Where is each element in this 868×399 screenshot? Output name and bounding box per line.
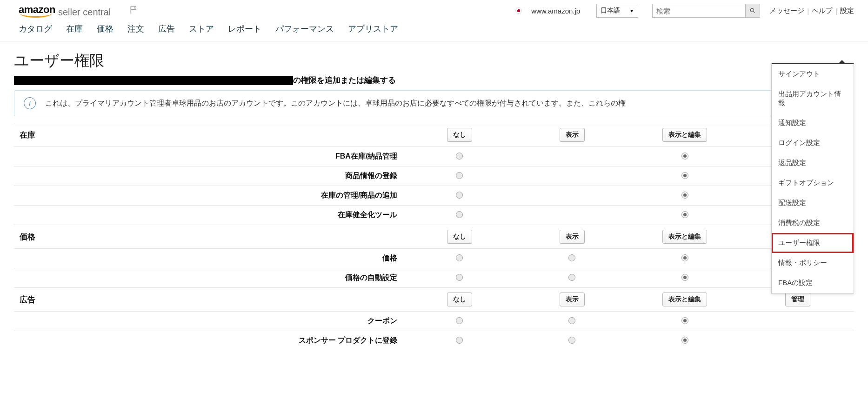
radio-edit [628, 147, 741, 166]
radio-none [403, 206, 515, 225]
messages-link[interactable]: メッセージ [769, 7, 804, 15]
radio[interactable] [456, 317, 463, 324]
radio[interactable] [568, 337, 575, 344]
jp-flag-icon [515, 7, 522, 14]
permission-row: クーポン [14, 312, 854, 331]
radio[interactable] [568, 317, 575, 324]
radio[interactable] [681, 274, 688, 281]
radio-edit [628, 206, 741, 225]
nav-inventory[interactable]: 在庫 [66, 23, 83, 34]
permission-label: クーポン [14, 312, 403, 331]
none-button[interactable]: なし [447, 293, 472, 306]
radio-none [403, 268, 515, 288]
settings-menu-item[interactable]: 出品用アカウント情報 [772, 84, 854, 113]
permission-label: スポンサー プロダクトに登録 [14, 331, 403, 351]
none-button[interactable]: なし [447, 230, 472, 244]
radio[interactable] [456, 192, 463, 199]
permission-label: 商品情報の登録 [14, 166, 403, 186]
settings-menu-item[interactable]: サインアウト [772, 64, 854, 84]
nav-advertising[interactable]: 広告 [158, 23, 175, 34]
language-select[interactable]: 日本語 ▼ [596, 4, 638, 18]
view-button[interactable]: 表示 [560, 230, 585, 244]
radio[interactable] [681, 254, 688, 261]
permission-row: FBA在庫/納品管理 [14, 147, 854, 166]
settings-menu-item[interactable]: FBAの設定 [772, 273, 854, 293]
permission-row: 在庫健全化ツール [14, 206, 854, 225]
radio[interactable] [456, 254, 463, 261]
settings-menu-item[interactable]: ログイン設定 [772, 133, 854, 153]
settings-menu-item[interactable]: 配送設定 [772, 193, 854, 213]
permission-row: 在庫の管理/商品の追加 [14, 186, 854, 206]
settings-menu-item[interactable]: 消費税の設定 [772, 213, 854, 233]
permission-label: FBA在庫/納品管理 [14, 147, 403, 166]
search [652, 4, 760, 18]
radio[interactable] [681, 317, 688, 324]
nav-pricing[interactable]: 価格 [97, 23, 114, 34]
view-edit-button[interactable]: 表示と編集 [662, 230, 707, 244]
settings-menu-item[interactable]: 通知設定 [772, 113, 854, 133]
logo[interactable]: amazon seller central [19, 4, 111, 18]
radio[interactable] [568, 254, 575, 261]
page-content: ユーザー権限 の権限を追加または編集する i これは、プライマリアカウント管理者… [0, 41, 868, 350]
permission-row: 価格の自動設定 [14, 268, 854, 288]
nav-stores[interactable]: ストア [189, 23, 214, 34]
radio[interactable] [681, 192, 688, 199]
main-nav: カタログ 在庫 価格 注文 広告 ストア レポート パフォーマンス アプリストア [0, 20, 868, 41]
radio-none [403, 331, 515, 351]
radio[interactable] [681, 172, 688, 179]
page-title: ユーザー権限 [14, 51, 854, 71]
radio[interactable] [681, 153, 688, 160]
radio-none [403, 166, 515, 186]
section-label: 価格 [14, 225, 403, 249]
radio-none [403, 147, 515, 166]
search-button[interactable] [745, 4, 760, 18]
radio[interactable] [681, 211, 688, 218]
admin-button[interactable]: 管理 [785, 293, 810, 306]
settings-menu-item[interactable]: ギフトオプション [772, 173, 854, 193]
none-button[interactable]: なし [447, 128, 472, 142]
nav-reports[interactable]: レポート [228, 23, 261, 34]
radio[interactable] [568, 274, 575, 281]
radio[interactable] [456, 274, 463, 281]
permission-row: 価格 [14, 249, 854, 268]
radio-edit [628, 249, 741, 268]
col-view-btn: 表示 [516, 288, 628, 312]
top-links: メッセージ | ヘルプ | 設定 [769, 7, 854, 15]
svg-point-0 [751, 8, 754, 12]
view-edit-button[interactable]: 表示と編集 [662, 128, 707, 142]
col-none-btn: なし [403, 123, 515, 147]
search-input[interactable] [652, 4, 745, 18]
radio[interactable] [456, 337, 463, 344]
settings-menu-item[interactable]: ユーザー権限 [772, 233, 854, 253]
view-button[interactable]: 表示 [560, 293, 585, 306]
marketplace-label[interactable]: www.amazon.jp [531, 7, 580, 15]
col-edit-btn: 表示と編集 [628, 225, 741, 249]
view-button[interactable]: 表示 [560, 128, 585, 142]
chevron-down-icon: ▼ [629, 8, 634, 13]
help-link[interactable]: ヘルプ [812, 7, 833, 15]
permission-row: 商品情報の登録 [14, 166, 854, 186]
settings-link[interactable]: 設定 [840, 7, 854, 15]
logo-subtitle: seller central [58, 7, 111, 18]
flag-outline-icon[interactable] [129, 5, 139, 17]
radio-view [516, 312, 628, 331]
settings-menu-item[interactable]: 情報・ポリシー [772, 253, 854, 273]
radio[interactable] [456, 211, 463, 218]
radio[interactable] [456, 153, 463, 160]
radio-view [516, 268, 628, 288]
radio[interactable] [681, 337, 688, 344]
radio[interactable] [456, 172, 463, 179]
info-text: これは、プライマリアカウント管理者卓球用品のお店のアカウントです。このアカウント… [45, 99, 626, 108]
nav-catalog[interactable]: カタログ [19, 23, 52, 34]
nav-orders[interactable]: 注文 [127, 23, 144, 34]
view-edit-button[interactable]: 表示と編集 [662, 293, 707, 306]
radio-admin [741, 312, 854, 331]
nav-appstore[interactable]: アプリストア [348, 23, 398, 34]
permission-row: スポンサー プロダクトに登録 [14, 331, 854, 351]
radio-view [516, 166, 628, 186]
settings-menu-item[interactable]: 返品設定 [772, 153, 854, 173]
section-row: 在庫なし表示表示と編集 [14, 123, 854, 147]
radio-view [516, 147, 628, 166]
section-label: 在庫 [14, 123, 403, 147]
nav-performance[interactable]: パフォーマンス [275, 23, 334, 34]
